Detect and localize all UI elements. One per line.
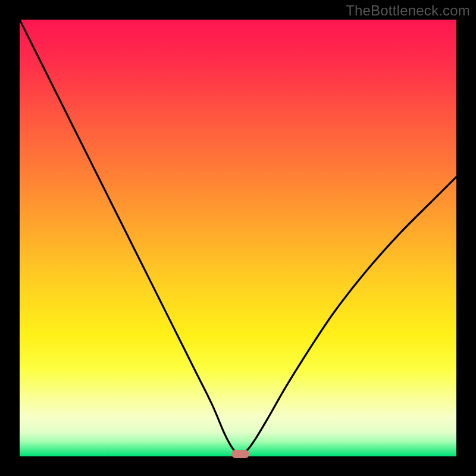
gradient-background bbox=[20, 20, 456, 456]
plot-area bbox=[20, 20, 456, 456]
chart-svg bbox=[20, 20, 456, 456]
watermark-text: TheBottleneck.com bbox=[346, 2, 470, 19]
optimal-point-marker bbox=[231, 450, 249, 458]
chart-frame: TheBottleneck.com bbox=[0, 0, 476, 476]
